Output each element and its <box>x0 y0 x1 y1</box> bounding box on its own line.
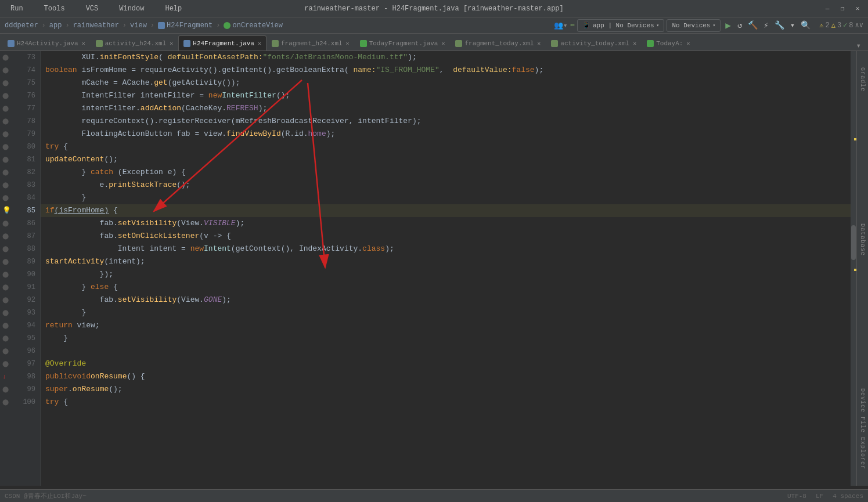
tab-fragment-today-xml[interactable]: fragment_today.xml ✕ <box>450 35 546 50</box>
tab-icon-xml3 <box>455 40 462 47</box>
warning-count: 2 <box>825 21 829 30</box>
vcs-icon[interactable]: 👥▾ <box>554 21 568 30</box>
tab-fragment-h24-xml[interactable]: fragment_h24.xml ✕ <box>266 35 355 50</box>
window-controls: — ❐ ✕ <box>823 4 862 13</box>
breadcrumb-toolbar: dddpeter › app › rainweather › view › H2… <box>0 17 868 34</box>
dropdown-icon[interactable]: ▾ <box>788 20 797 30</box>
line-number-gutter: 7374757677787980818283848586878889909192… <box>0 51 41 486</box>
warning-mark <box>854 138 856 140</box>
minimize-button[interactable]: — <box>823 4 832 13</box>
gradle-sidebar-label[interactable]: Gradle <box>859 67 866 92</box>
toolbar-right: 👥▾ ⬅ 📱 app | No Devices ▾ No Devices ▾ ▶… <box>554 19 863 32</box>
back-icon[interactable]: ⬅ <box>570 20 575 30</box>
tab-activity-h24-xml[interactable]: activity_h24.xml ✕ <box>91 35 179 50</box>
menu-window[interactable]: Window <box>114 3 149 14</box>
gutter-icons: ⬤⬤⬤⬤⬤⬤⬤⬤⬤⬤⬤⬤💡⬤⬤⬤⬤⬤⬤⬤⬤⬤⬤⬤⬤↓⬤⬤ <box>2 51 20 409</box>
sync-icon[interactable]: ⚡ <box>762 20 770 30</box>
close-tab-2[interactable]: ✕ <box>170 40 173 47</box>
device-config-button[interactable]: 📱 app | No Devices ▾ <box>577 19 664 32</box>
tab-icon-java2 <box>183 40 190 47</box>
alert-count: 3 <box>837 21 841 30</box>
tab-icon-java3 <box>360 40 367 47</box>
warning-icon: ⚠ <box>819 21 823 30</box>
status-watermark: CSDN @青春不止LOI和Jay~ <box>5 492 87 500</box>
close-tab-3[interactable]: ✕ <box>258 40 261 47</box>
status-indent: 4 spaces <box>833 493 863 500</box>
right-panel-tools: Gradle Database Device File Explorer <box>856 51 868 486</box>
line-numbers-display: 7374757677787980818283848586878889909192… <box>23 51 35 409</box>
close-tab-1[interactable]: ✕ <box>82 40 85 47</box>
tab-h24activity[interactable]: H24Activity.java ✕ <box>2 35 91 50</box>
breadcrumb-view[interactable]: view <box>130 21 147 30</box>
build-icon[interactable]: 🔨 <box>746 20 759 30</box>
run-button[interactable]: ▶ <box>723 20 733 31</box>
close-tab-7[interactable]: ✕ <box>633 40 636 47</box>
more-tabs-button[interactable]: ▾ <box>852 41 866 50</box>
tab-icon-xml1 <box>96 40 103 47</box>
main-editor-area: 7374757677787980818283848586878889909192… <box>0 51 868 486</box>
breadcrumb-fragment[interactable]: H24Fragment <box>158 21 213 30</box>
breadcrumb-method[interactable]: onCreateView <box>224 21 282 30</box>
tab-activity-today-xml[interactable]: activity_today.xml ✕ <box>546 35 642 50</box>
tabs-bar: H24Activity.java ✕ activity_h24.xml ✕ H2… <box>0 34 868 51</box>
tab-todayfragment[interactable]: TodayFragment.java ✕ <box>355 35 451 50</box>
menu-tools[interactable]: Tools <box>39 3 70 14</box>
code-editor[interactable]: XUI.initFontStyle( defaultFontAssetPath:… <box>41 51 851 486</box>
status-encoding: UTF-8 <box>787 493 806 500</box>
breadcrumb-dddpeter[interactable]: dddpeter <box>5 21 38 30</box>
ok-count: 8 <box>849 21 853 30</box>
device-file-sidebar-label[interactable]: Device File Explorer <box>859 388 866 470</box>
inspect-icon[interactable]: 🔍 <box>799 20 812 30</box>
titlebar: Run Tools VCS Window Help rainweather-ma… <box>0 0 868 17</box>
maximize-button[interactable]: ❐ <box>838 4 847 13</box>
ok-icon: ✓ <box>843 21 847 30</box>
hint-counts: ⚠2 △3 ✓8 ∧∨ <box>819 21 863 30</box>
status-bar: CSDN @青春不止LOI和Jay~ UTF-8 LF 4 spaces <box>0 489 868 502</box>
no-devices-button[interactable]: No Devices ▾ <box>667 19 721 32</box>
database-sidebar-label[interactable]: Database <box>859 223 866 256</box>
tab-icon-java4 <box>647 40 654 47</box>
breadcrumb-rainweather[interactable]: rainweather <box>73 21 119 30</box>
tab-icon-xml2 <box>272 40 279 47</box>
vertical-scrollbar[interactable] <box>851 51 856 486</box>
menu-help[interactable]: Help <box>160 3 186 14</box>
close-tab-8[interactable]: ✕ <box>686 40 690 47</box>
menu-run[interactable]: Run <box>6 3 28 14</box>
scrollbar-thumb[interactable] <box>851 225 856 260</box>
close-tab-5[interactable]: ✕ <box>441 40 445 47</box>
menu-vcs[interactable]: VCS <box>81 3 103 14</box>
warning-mark-2 <box>854 269 856 271</box>
close-tab-4[interactable]: ✕ <box>346 40 350 47</box>
titlebar-menus: Run Tools VCS Window Help <box>6 3 186 14</box>
close-tab-6[interactable]: ✕ <box>537 40 541 47</box>
tab-icon-java1 <box>8 40 15 47</box>
breadcrumb-app[interactable]: app <box>49 21 62 30</box>
tab-todaya[interactable]: TodayA: ✕ <box>642 35 695 50</box>
status-right: UTF-8 LF 4 spaces <box>787 493 863 500</box>
status-line-sep: LF <box>816 493 823 500</box>
tab-h24fragment[interactable]: H24Fragment.java ✕ <box>178 35 266 50</box>
window-title: rainweather-master - H24Fragment.java [r… <box>304 5 563 13</box>
alert-icon: △ <box>831 21 835 30</box>
tools-icon[interactable]: 🔧 <box>773 20 786 30</box>
close-button[interactable]: ✕ <box>853 4 862 13</box>
reload-icon[interactable]: ↺ <box>736 20 744 30</box>
tab-icon-xml4 <box>551 40 558 47</box>
expand-hints[interactable]: ∧∨ <box>855 21 863 30</box>
